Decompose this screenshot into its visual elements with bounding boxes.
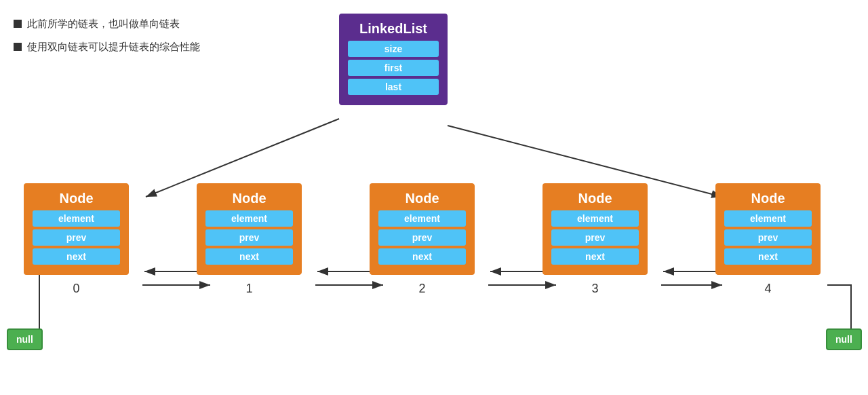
node-wrapper-2: Node element prev next 2: [370, 183, 475, 296]
bullet-icon-1: [14, 20, 22, 28]
node-field-element-0: element: [33, 210, 120, 227]
linkedlist-field-last: last: [348, 79, 439, 95]
node-field-next-2: next: [378, 248, 466, 265]
node-wrapper-0: Node element prev next 0: [24, 183, 129, 296]
node-wrapper-4: Node element prev next 4: [715, 183, 821, 296]
node-title-3: Node: [551, 191, 639, 206]
bullet-text-1: 此前所学的链表，也叫做单向链表: [27, 14, 180, 34]
node-field-prev-3: prev: [551, 229, 639, 246]
node-field-element-3: element: [551, 210, 639, 227]
node-field-prev-1: prev: [205, 229, 293, 246]
bullet-item-1: 此前所学的链表，也叫做单向链表: [14, 14, 200, 34]
node-index-2: 2: [370, 282, 475, 296]
node-index-1: 1: [197, 282, 302, 296]
node-field-next-3: next: [551, 248, 639, 265]
bullet-icon-2: [14, 43, 22, 51]
node-box-4: Node element prev next: [715, 183, 821, 275]
linkedlist-field-size: size: [348, 41, 439, 57]
node-title-4: Node: [724, 191, 812, 206]
node-box-0: Node element prev next: [24, 183, 129, 275]
node-field-prev-0: prev: [33, 229, 120, 246]
node-index-3: 3: [542, 282, 648, 296]
node-field-next-0: next: [33, 248, 120, 265]
linkedlist-box: LinkedList size first last: [339, 14, 448, 105]
node-field-next-1: next: [205, 248, 293, 265]
node-index-0: 0: [24, 282, 129, 296]
node-index-4: 4: [715, 282, 821, 296]
linkedlist-title: LinkedList: [348, 21, 439, 37]
node-wrapper-1: Node element prev next 1: [197, 183, 302, 296]
main-container: 此前所学的链表，也叫做单向链表 使用双向链表可以提升链表的综合性能 Linked…: [0, 0, 868, 395]
node-field-prev-2: prev: [378, 229, 466, 246]
null-box-left: null: [7, 328, 43, 350]
null-box-right: null: [826, 328, 862, 350]
bullets-section: 此前所学的链表，也叫做单向链表 使用双向链表可以提升链表的综合性能: [14, 14, 200, 60]
node-field-element-1: element: [205, 210, 293, 227]
node-title-0: Node: [33, 191, 120, 206]
node-field-element-2: element: [378, 210, 466, 227]
bullet-item-2: 使用双向链表可以提升链表的综合性能: [14, 37, 200, 57]
node-field-next-4: next: [724, 248, 812, 265]
linkedlist-field-first: first: [348, 60, 439, 76]
node-title-2: Node: [378, 191, 466, 206]
node-box-3: Node element prev next: [542, 183, 648, 275]
null-label-left: null: [7, 328, 43, 350]
node-box-2: Node element prev next: [370, 183, 475, 275]
node-box-1: Node element prev next: [197, 183, 302, 275]
node-field-element-4: element: [724, 210, 812, 227]
node-title-1: Node: [205, 191, 293, 206]
bullet-text-2: 使用双向链表可以提升链表的综合性能: [27, 37, 200, 57]
node-wrapper-3: Node element prev next 3: [542, 183, 648, 296]
node-field-prev-4: prev: [724, 229, 812, 246]
null-label-right: null: [826, 328, 862, 350]
